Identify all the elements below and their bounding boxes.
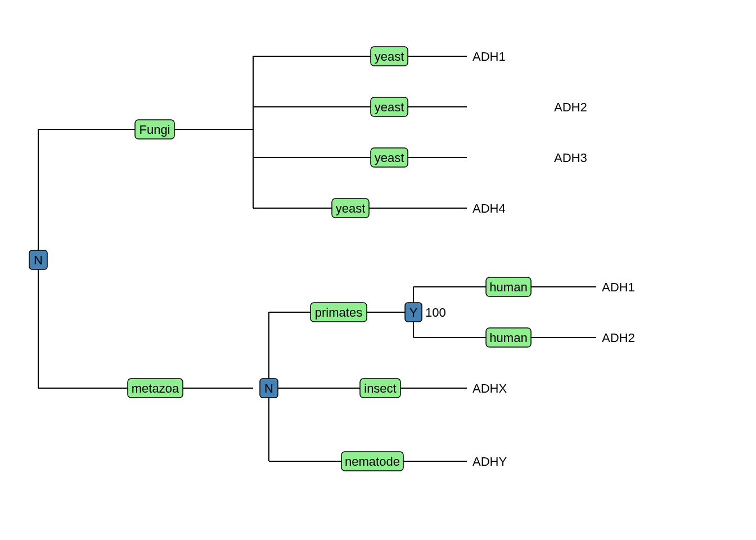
- phylogenetic-tree: N Fungi yeast ADH1 yeast ADH2 yeast ADH3…: [0, 0, 756, 540]
- node-metazoa-label: metazoa: [132, 381, 179, 395]
- node-primates-y-support: 100: [425, 305, 446, 320]
- leaf-adh2-yeast: ADH2: [554, 100, 587, 114]
- node-human-2-label: human: [489, 331, 527, 345]
- node-nematode-label: nematode: [345, 454, 400, 469]
- node-metazoa-n-label: N: [264, 381, 273, 395]
- leaf-adhy: ADHY: [472, 454, 507, 469]
- leaf-adh1-yeast: ADH1: [472, 50, 506, 64]
- leaf-adh3-yeast: ADH3: [554, 151, 587, 165]
- node-yeast-4-label: yeast: [336, 201, 366, 215]
- node-yeast-2-label: yeast: [375, 100, 404, 114]
- node-root-label: N: [34, 253, 43, 267]
- node-human-1-label: human: [489, 280, 527, 294]
- node-yeast-3-label: yeast: [375, 151, 404, 165]
- node-fungi-label: Fungi: [139, 123, 170, 137]
- leaf-adh4-yeast: ADH4: [472, 201, 506, 215]
- leaf-adh1-human: ADH1: [602, 280, 635, 294]
- node-insect-label: insect: [364, 381, 396, 395]
- node-yeast-1-label: yeast: [375, 50, 404, 64]
- leaf-adhx: ADHX: [472, 381, 507, 395]
- leaf-adh2-human: ADH2: [602, 331, 635, 345]
- node-primates-label: primates: [315, 305, 362, 320]
- node-primates-y-label: Y: [410, 305, 418, 320]
